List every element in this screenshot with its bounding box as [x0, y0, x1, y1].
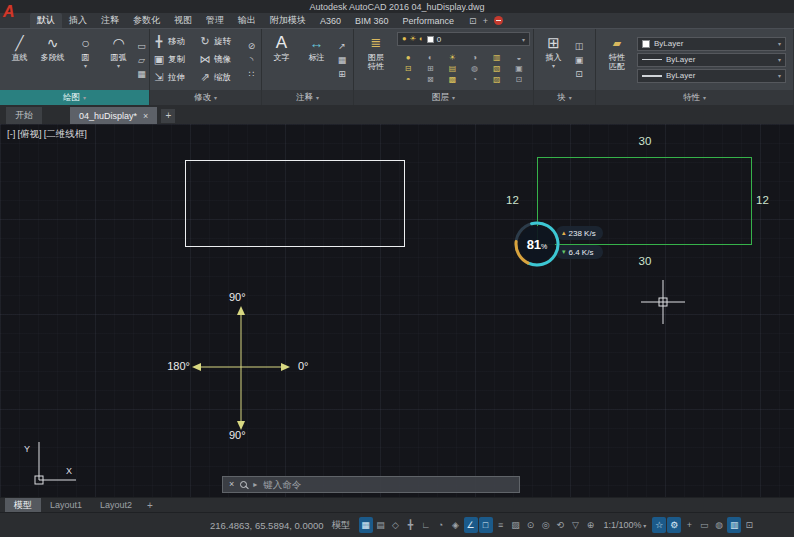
- block-mini-icon[interactable]: ◫: [572, 41, 586, 51]
- modify-tool-button[interactable]: ↻ 旋转: [199, 33, 243, 51]
- layer-tool-icon[interactable]: ⊟: [397, 64, 419, 73]
- layer-tool-icon[interactable]: ◔: [463, 75, 485, 84]
- insert-block-button[interactable]: ⊞ 插入 ▾: [537, 31, 570, 88]
- isodraft-icon[interactable]: ◈: [449, 517, 463, 533]
- gizmo-icon[interactable]: ⊕: [584, 517, 598, 533]
- annotate-mini-icon[interactable]: ⊞: [335, 69, 349, 79]
- transparency-icon[interactable]: ▨: [509, 517, 523, 533]
- ortho-mode-icon[interactable]: ∟: [419, 517, 433, 533]
- lineweight-icon[interactable]: ≡: [494, 517, 508, 533]
- layer-tool-icon[interactable]: ⊡: [508, 75, 530, 84]
- angle-cross-entity[interactable]: [190, 306, 300, 436]
- viewport-control[interactable]: [二维线框]: [44, 128, 87, 141]
- ribbon-tab[interactable]: A360: [313, 13, 348, 28]
- ribbon-tab[interactable]: 默认: [30, 13, 62, 28]
- ribbon-tab[interactable]: 参数化: [126, 13, 167, 28]
- modify-mini-icon[interactable]: ∷: [245, 69, 258, 79]
- graphics-performance-icon[interactable]: ▥: [727, 517, 741, 533]
- quick-properties-icon[interactable]: ▭: [697, 517, 711, 533]
- workspace-icon[interactable]: ⚙: [667, 517, 681, 533]
- selection-filter-icon[interactable]: ▽: [569, 517, 583, 533]
- clean-screen-icon[interactable]: ⊡: [742, 517, 756, 533]
- layer-tool-icon[interactable]: ◐: [419, 53, 441, 62]
- annotate-mini-icon[interactable]: ↗: [335, 41, 349, 51]
- layer-tool-icon[interactable]: ◒: [508, 53, 530, 62]
- layout-tab[interactable]: 模型: [5, 498, 41, 512]
- draw-tool-button[interactable]: ╱ 直线: [3, 31, 36, 88]
- object-snap-icon[interactable]: □: [479, 517, 493, 533]
- new-drawing-button[interactable]: +: [161, 109, 175, 123]
- modify-tool-button[interactable]: ╋ 移动: [153, 33, 197, 51]
- layer-tool-icon[interactable]: ◍: [463, 64, 485, 73]
- modify-tool-button[interactable]: ⇗ 缩放: [199, 69, 243, 87]
- selection-cycling-icon[interactable]: ⊙: [524, 517, 538, 533]
- layer-tool-icon[interactable]: ▨: [486, 75, 508, 84]
- layout-tab[interactable]: Layout1: [41, 498, 91, 512]
- ribbon-tab[interactable]: 附加模块: [263, 13, 313, 28]
- ribbon-tab[interactable]: 注释: [94, 13, 126, 28]
- command-input[interactable]: [263, 479, 513, 490]
- layout-tab[interactable]: Layout2: [91, 498, 141, 512]
- draw-tool-button[interactable]: ∿ 多段线: [36, 31, 69, 88]
- layer-tool-icon[interactable]: ⊞: [419, 64, 441, 73]
- 3d-object-snap-icon[interactable]: ◎: [539, 517, 553, 533]
- draw-tool-button[interactable]: ◠ 圆弧 ▾: [102, 31, 135, 88]
- dynamic-ucs-icon[interactable]: ⟲: [554, 517, 568, 533]
- close-tab-icon[interactable]: ×: [143, 111, 148, 121]
- draw-mini-icon[interactable]: ▭: [137, 41, 146, 51]
- grid-icon[interactable]: ▦: [359, 517, 373, 533]
- viewport-control[interactable]: [俯视]: [17, 128, 41, 141]
- panel-label-layers[interactable]: 图层: [354, 90, 533, 105]
- polar-tracking-icon[interactable]: ◔: [434, 517, 448, 533]
- close-command-icon[interactable]: ×: [229, 480, 234, 489]
- ribbon-tab[interactable]: 输出: [231, 13, 263, 28]
- autocad-logo-icon[interactable]: A: [3, 0, 15, 24]
- modify-tool-button[interactable]: ▣ 复制: [153, 51, 197, 69]
- panel-label-annotate[interactable]: 注释: [262, 90, 353, 105]
- viewport-control[interactable]: [-]: [7, 128, 15, 141]
- panel-label-properties[interactable]: 特性: [596, 90, 793, 105]
- ribbon-tab[interactable]: Performance: [396, 13, 462, 28]
- draw-mini-icon[interactable]: ▦: [137, 69, 146, 79]
- linetype-dropdown[interactable]: ByLayer: [637, 53, 786, 67]
- drawing-tab[interactable]: 04_huDisplay* ×: [70, 107, 157, 124]
- performance-gauge[interactable]: 81 %: [513, 220, 561, 268]
- layer-tool-icon[interactable]: ●: [397, 53, 419, 62]
- recorder-badge-icon[interactable]: [494, 16, 503, 25]
- text-tool-button[interactable]: A 文字: [265, 31, 298, 88]
- block-mini-icon[interactable]: ⊡: [572, 69, 586, 79]
- layer-dropdown[interactable]: ● ☀ ◐ 0: [397, 32, 530, 46]
- modify-tool-button[interactable]: ⋈ 镜像: [199, 51, 243, 69]
- infer-constraints-icon[interactable]: ◇: [389, 517, 403, 533]
- match-properties-button[interactable]: ▰ 特性 匹配: [599, 31, 635, 88]
- dimension-tool-button[interactable]: ↔ 标注: [300, 31, 333, 88]
- snap-mode-icon[interactable]: ▤: [374, 517, 388, 533]
- annotation-scale-button[interactable]: 1:1/100%: [604, 520, 647, 530]
- tab-extra-icon[interactable]: ⊡: [469, 16, 477, 26]
- model-space-button[interactable]: 模型: [332, 519, 351, 532]
- annotation-visibility-icon[interactable]: ☆: [652, 517, 666, 533]
- dynamic-input-icon[interactable]: ╋: [404, 517, 418, 533]
- ribbon-tab[interactable]: BIM 360: [348, 13, 396, 28]
- command-line[interactable]: × ▸: [222, 476, 520, 493]
- layer-tool-icon[interactable]: ◓: [397, 75, 419, 84]
- object-color-dropdown[interactable]: ByLayer: [637, 37, 786, 51]
- panel-label-draw[interactable]: 绘图: [0, 90, 149, 105]
- layer-tool-icon[interactable]: ▥: [486, 53, 508, 62]
- annotation-monitor-icon[interactable]: +: [682, 517, 696, 533]
- panel-label-block[interactable]: 块: [534, 90, 595, 105]
- modify-tool-button[interactable]: ⇲ 拉伸: [153, 69, 197, 87]
- layer-properties-button[interactable]: ≣ 图层 特性: [357, 31, 395, 88]
- annotate-mini-icon[interactable]: ▦: [335, 55, 349, 65]
- layer-tool-icon[interactable]: ▣: [508, 64, 530, 73]
- modify-mini-icon[interactable]: ◝: [245, 55, 258, 65]
- panel-label-modify[interactable]: 修改: [150, 90, 261, 105]
- drawing-viewport[interactable]: [-][俯视][二维线框] 30 30 12 12 90° 90° 180° 0…: [0, 124, 794, 497]
- layer-tool-icon[interactable]: ▩: [441, 75, 463, 84]
- ribbon-tab[interactable]: 插入: [62, 13, 94, 28]
- new-layout-button[interactable]: +: [141, 498, 159, 512]
- layer-tool-icon[interactable]: ◑: [463, 53, 485, 62]
- ribbon-tab[interactable]: 视图: [167, 13, 199, 28]
- white-rectangle-entity[interactable]: [185, 160, 405, 247]
- lineweight-dropdown[interactable]: ByLayer: [637, 69, 786, 83]
